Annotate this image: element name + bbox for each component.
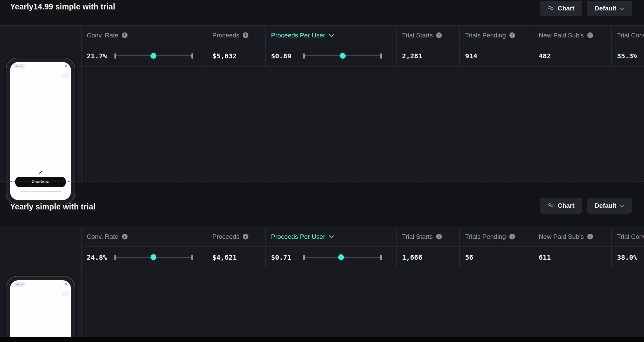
header-trial-starts: Trial Starts i xyxy=(397,26,460,45)
header-conv-rate: Conv. Rate i xyxy=(81,26,207,45)
metrics-panel: Conv. Rate i Proceeds i Proceeds Per Use… xyxy=(0,227,644,338)
chart-button-label: Chart xyxy=(558,5,574,12)
header-trial-conversion: Trial Conversion i xyxy=(612,227,644,247)
header-label-sorted: Proceeds Per User xyxy=(271,233,325,240)
header-label: Conv. Rate xyxy=(87,233,118,240)
info-icon[interactable]: i xyxy=(587,32,593,38)
paywall-thumbnail[interactable]: Restore ✕ xyxy=(6,276,75,342)
viewport-bottom-edge xyxy=(0,337,644,342)
close-icon[interactable]: ✕ xyxy=(64,63,68,69)
header-label: Proceeds xyxy=(212,32,239,39)
slider-left-cap xyxy=(114,53,116,59)
new-paid-subs-value: 611 xyxy=(539,253,551,261)
info-icon[interactable]: i xyxy=(243,234,248,239)
metrics-table: Conv. Rate i Proceeds i Proceeds Per Use… xyxy=(81,26,644,67)
info-icon[interactable]: i xyxy=(243,32,248,38)
conv-rate-value: 24.8% xyxy=(87,253,107,261)
trial-starts-value: 1,666 xyxy=(402,253,422,261)
trial-conversion-value: 38.0% xyxy=(617,253,637,261)
toolbar: Chart Default xyxy=(540,198,632,213)
sort-chevron-down-icon xyxy=(329,234,334,240)
page-title: Yearly simple with trial xyxy=(10,202,96,211)
cell-trial-conversion: 38.0% xyxy=(612,247,644,268)
paywall-screen: Restore ✕ ✓ Continue 3 days free, then $… xyxy=(10,62,71,200)
trial-starts-value: 2,281 xyxy=(402,52,422,60)
header-label: Trial Conversion xyxy=(617,32,644,39)
slider-right-cap xyxy=(380,255,382,260)
slider-knob[interactable] xyxy=(340,53,346,59)
header-new-paid-subs: New Paid Sub's i xyxy=(533,227,612,247)
slider-knob[interactable] xyxy=(151,53,156,59)
header-trial-conversion: Trial Conversion i xyxy=(612,26,644,45)
header-proceeds: Proceeds i xyxy=(207,26,266,45)
cell-trial-starts: 2,281 xyxy=(397,45,460,67)
cell-trial-conversion: 35.3% xyxy=(612,45,644,67)
header-trials-pending: Trials Pending i xyxy=(460,227,533,247)
chart-button[interactable]: Chart xyxy=(540,1,582,16)
cell-trial-starts: 1,666 xyxy=(397,247,460,268)
info-icon[interactable]: i xyxy=(122,32,128,38)
experiment-section: Yearly14.99 simple with trial Chart Defa… xyxy=(0,0,644,181)
cell-proceeds-per-user: $0.89 xyxy=(266,45,397,67)
cell-conv-rate: 21.7% xyxy=(81,45,207,67)
sort-chevron-down-icon xyxy=(329,32,334,38)
proceeds-value: $5,632 xyxy=(212,52,237,60)
header-proceeds-per-user[interactable]: Proceeds Per User xyxy=(266,26,397,45)
trial-conversion-value: 35.3% xyxy=(617,52,637,60)
restore-pill: Restore xyxy=(14,282,25,287)
metrics-table: Conv. Rate i Proceeds i Proceeds Per Use… xyxy=(81,227,644,268)
info-icon[interactable]: i xyxy=(509,32,515,38)
placeholder-blob xyxy=(62,73,70,78)
slider-knob[interactable] xyxy=(338,254,344,260)
conv-rate-value: 21.7% xyxy=(87,52,107,60)
slider-right-cap xyxy=(380,53,382,59)
info-icon[interactable]: i xyxy=(122,234,128,239)
cell-trials-pending: 914 xyxy=(460,45,533,67)
header-label: Trials Pending xyxy=(465,233,506,240)
chart-wave-icon xyxy=(547,5,554,12)
slider-left-cap xyxy=(114,255,116,260)
header-new-paid-subs: New Paid Sub's i xyxy=(533,26,612,45)
chart-button[interactable]: Chart xyxy=(540,198,582,213)
header-label: Proceeds xyxy=(212,233,239,240)
restore-pill: Restore xyxy=(14,64,25,68)
slider-left-cap xyxy=(303,255,305,260)
slider-right-cap xyxy=(191,255,193,260)
header-proceeds: Proceeds i xyxy=(207,227,266,247)
preset-dropdown-label: Default xyxy=(595,5,616,12)
proceeds-value: $4,621 xyxy=(212,253,237,261)
header-label: Conv. Rate xyxy=(87,32,118,39)
slider-left-cap xyxy=(303,53,305,59)
page-title: Yearly14.99 simple with trial xyxy=(10,2,115,11)
info-icon[interactable]: i xyxy=(436,234,442,239)
toolbar: Chart Default xyxy=(540,1,632,16)
conv-rate-slider[interactable] xyxy=(114,53,193,59)
header-label: Trial Conversion xyxy=(617,233,644,240)
preset-dropdown[interactable]: Default xyxy=(587,198,632,213)
trials-pending-value: 56 xyxy=(465,253,473,261)
ppu-slider[interactable] xyxy=(303,254,382,261)
ppu-slider[interactable] xyxy=(303,53,382,59)
chart-button-label: Chart xyxy=(558,202,574,209)
header-label: New Paid Sub's xyxy=(539,233,584,240)
header-conv-rate: Conv. Rate i xyxy=(81,227,207,247)
header-label: New Paid Sub's xyxy=(539,32,584,39)
conv-rate-slider[interactable] xyxy=(114,254,193,261)
info-icon[interactable]: i xyxy=(436,32,442,38)
cell-trials-pending: 56 xyxy=(460,247,533,268)
chart-wave-icon xyxy=(547,202,554,210)
cell-proceeds: $5,632 xyxy=(207,45,266,67)
slider-knob[interactable] xyxy=(151,254,156,260)
placeholder-blob xyxy=(62,291,70,296)
trials-pending-value: 914 xyxy=(465,52,477,60)
checkmark-icon: ✓ xyxy=(10,170,71,175)
header-label: Trial Starts xyxy=(402,233,433,240)
header-label: Trials Pending xyxy=(465,32,506,39)
info-icon[interactable]: i xyxy=(509,234,515,239)
ppu-value: $0.89 xyxy=(271,52,291,60)
metrics-panel: Conv. Rate i Proceeds i Proceeds Per Use… xyxy=(0,25,644,181)
close-icon[interactable]: ✕ xyxy=(64,281,68,288)
info-icon[interactable]: i xyxy=(587,234,593,239)
header-proceeds-per-user[interactable]: Proceeds Per User xyxy=(266,227,397,247)
preset-dropdown[interactable]: Default xyxy=(587,1,632,16)
